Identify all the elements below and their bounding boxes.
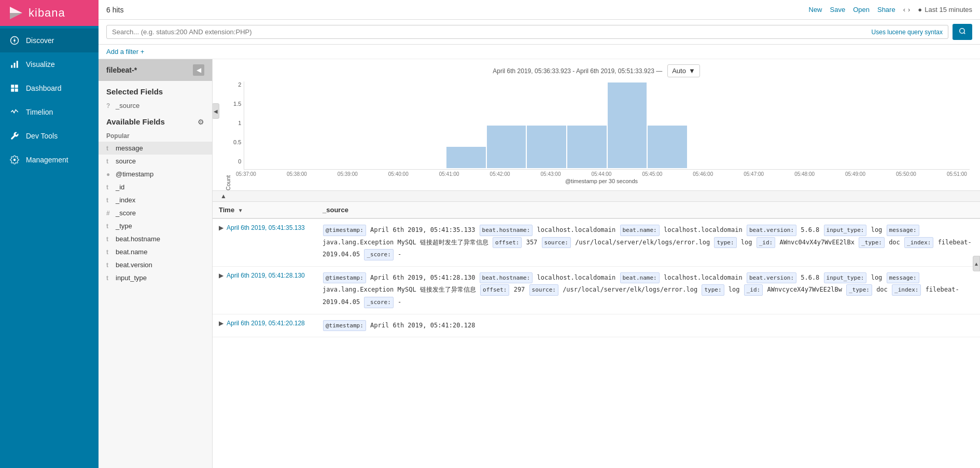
top-bar: 6 hits New Save Open Share ‹ › ● Last 15… (99, 0, 980, 20)
chart-header: April 6th 2019, 05:36:33.923 - April 6th… (223, 64, 970, 77)
field-name: beat.hostname (116, 235, 160, 243)
add-filter-button[interactable]: Add a filter + (106, 48, 144, 56)
logo-text: kibana (29, 6, 65, 20)
field-beat-name[interactable]: t beat.name (99, 245, 212, 258)
collapse-panel-button[interactable]: ◀ (213, 103, 219, 119)
sidebar-item-devtools[interactable]: Dev Tools (0, 124, 99, 148)
field-index[interactable]: t _index (99, 194, 212, 207)
source-key: _score: (364, 297, 393, 308)
chart-bar (567, 126, 607, 169)
share-button[interactable]: Share (877, 6, 895, 13)
field-type-t: t (106, 197, 113, 204)
chart-toggle-icon: ▲ (220, 192, 227, 200)
sidebar-item-label-dashboard: Dashboard (26, 84, 62, 92)
sidebar-item-timelion[interactable]: Timelion (0, 100, 99, 124)
results-table: Time ▼ _source ▶April 6th 2019, 05:41:35… (213, 202, 980, 337)
x-label: 05:42:00 (490, 171, 510, 177)
field-name: beat.name (116, 248, 147, 256)
time-filter[interactable]: ● Last 15 minutes (918, 6, 972, 13)
field-name: beat.version (116, 261, 152, 269)
prev-arrow[interactable]: ‹ (903, 6, 905, 13)
field-type-clock: ● (106, 171, 113, 178)
results-area: Time ▼ _source ▶April 6th 2019, 05:41:35… (213, 202, 980, 468)
field-name: _score (116, 209, 136, 217)
field-type-t: t (106, 158, 113, 165)
field-type-t: t (106, 249, 113, 256)
next-arrow[interactable]: › (908, 6, 910, 13)
field-timestamp[interactable]: ● @timestamp (99, 168, 212, 181)
svg-rect-6 (14, 63, 16, 68)
field-source[interactable]: t source (99, 155, 212, 168)
table-row[interactable]: ▶April 6th 2019, 05:41:28.130@timestamp:… (213, 266, 980, 314)
chart-toggle-bar[interactable]: ▲ (213, 191, 980, 202)
hits-count: 6 hits (106, 6, 123, 14)
x-label: 05:39:00 (338, 171, 358, 177)
time-column-header[interactable]: Time ▼ (213, 202, 316, 218)
sidebar-item-visualize[interactable]: Visualize (0, 52, 99, 76)
x-label: 05:50:00 (896, 171, 916, 177)
kibana-logo-icon (8, 5, 24, 21)
auto-dropdown[interactable]: Auto ▼ (667, 64, 700, 77)
source-field[interactable]: ? _source (99, 99, 212, 112)
x-label: 05:48:00 (794, 171, 815, 177)
source-key: beat.version: (747, 225, 796, 236)
collapse-left-button[interactable]: ◀ (193, 64, 204, 76)
sidebar-item-management[interactable]: Management (0, 148, 99, 172)
x-label: 05:51:00 (947, 171, 967, 177)
sidebar-item-label-discover: Discover (26, 36, 54, 45)
available-fields-gear[interactable]: ⚙ (198, 118, 204, 126)
table-row[interactable]: ▶April 6th 2019, 05:41:20.128@timestamp:… (213, 314, 980, 337)
lucene-hint[interactable]: Uses lucene query syntax (872, 29, 943, 36)
chart-bar (446, 147, 486, 168)
filter-bar: Add a filter + (99, 45, 980, 59)
field-name: _type (116, 222, 132, 230)
field-id[interactable]: t _id (99, 181, 212, 194)
index-pattern-selector[interactable]: filebeat-* ◀ (99, 59, 212, 81)
svg-rect-11 (15, 89, 18, 92)
expand-arrow[interactable]: ▶ (219, 272, 223, 279)
x-label: 05:47:00 (744, 171, 764, 177)
field-score[interactable]: # _score (99, 207, 212, 219)
svg-rect-8 (11, 85, 14, 88)
search-button[interactable] (953, 24, 972, 40)
field-beat-version[interactable]: t beat.version (99, 258, 212, 271)
wrench-icon (9, 131, 20, 141)
field-type[interactable]: t _type (99, 219, 212, 232)
source-key: beat.hostname: (480, 272, 533, 284)
search-input[interactable] (112, 28, 872, 36)
logo[interactable]: kibana (0, 0, 99, 26)
x-label: 05:44:00 (591, 171, 611, 177)
field-type-question: ? (106, 102, 113, 109)
table-row[interactable]: ▶April 6th 2019, 05:41:35.133@timestamp:… (213, 218, 980, 266)
chart-area: April 6th 2019, 05:36:33.923 - April 6th… (213, 59, 980, 191)
field-input-type[interactable]: t input_type (99, 271, 212, 284)
expand-arrow[interactable]: ▶ (219, 320, 223, 327)
sidebar: kibana Discover Visualize Dashboard Time… (0, 0, 99, 468)
source-key: _index: (904, 237, 933, 249)
nav: Discover Visualize Dashboard Timelion De… (0, 26, 99, 172)
field-beat-hostname[interactable]: t beat.hostname (99, 232, 212, 245)
new-button[interactable]: New (809, 6, 822, 13)
chart-bar (648, 126, 687, 169)
svg-rect-9 (15, 85, 18, 88)
time-cell: ▶April 6th 2019, 05:41:35.133 (213, 218, 316, 266)
collapse-right-button[interactable]: ▲ (973, 256, 980, 271)
svg-point-13 (960, 29, 964, 33)
source-key: type: (702, 284, 724, 296)
source-key: _score: (364, 249, 393, 260)
field-message[interactable]: t message (99, 142, 212, 155)
grid-icon (9, 83, 20, 93)
chart-bars (245, 81, 969, 169)
chart-outer: Count 2 1.5 1 0.5 0 (223, 81, 970, 190)
expand-arrow[interactable]: ▶ (219, 224, 223, 231)
open-button[interactable]: Open (853, 6, 870, 13)
sidebar-item-dashboard[interactable]: Dashboard (0, 76, 99, 100)
field-type-t: t (106, 236, 113, 243)
svg-marker-1 (10, 13, 22, 19)
save-button[interactable]: Save (830, 6, 846, 13)
sidebar-item-discover[interactable]: Discover (0, 29, 99, 52)
field-name: _index (116, 196, 135, 204)
clock-icon: ● (918, 6, 922, 13)
timelion-icon (9, 107, 20, 117)
field-type-t: t (106, 274, 113, 282)
